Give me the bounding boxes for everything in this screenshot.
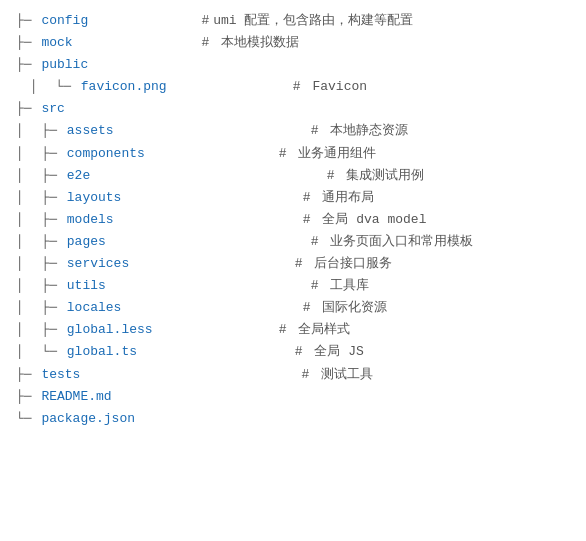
tree-item-name: global.less xyxy=(67,319,227,341)
tree-row: ├─ src xyxy=(16,98,570,120)
tree-comment: # 本地模拟数据 xyxy=(201,32,299,54)
tree-prefix: ├─ xyxy=(41,319,64,341)
tree-prefix: ├─ xyxy=(16,364,39,386)
tree-pipe: │ xyxy=(16,209,39,231)
tree-comment: # 业务通用组件 xyxy=(279,143,377,165)
tree-comment: # 国际化资源 xyxy=(303,297,388,319)
tree-pipe: │ xyxy=(16,253,39,275)
tree-comment: # 后台接口服务 xyxy=(295,253,393,275)
tree-item-name: pages xyxy=(67,231,227,253)
tree-prefix: ├─ xyxy=(41,253,64,275)
tree-pipe: │ xyxy=(16,231,39,253)
tree-prefix: ├─ xyxy=(41,275,64,297)
tree-pipe: │ xyxy=(16,319,39,341)
tree-comment: #umi 配置，包含路由，构建等配置 xyxy=(201,10,413,32)
tree-item-name: public xyxy=(41,54,201,76)
tree-row: │ ├─ services # 后台接口服务 xyxy=(16,253,570,275)
tree-comment: # 集成测试用例 xyxy=(327,165,425,187)
tree-prefix: └─ xyxy=(55,76,78,98)
tree-pipe: │ xyxy=(16,120,39,142)
tree-row: │ ├─ assets # 本地静态资源 xyxy=(16,120,570,142)
tree-item-name: layouts xyxy=(67,187,227,209)
tree-item-name: favicon.png xyxy=(81,76,241,98)
tree-prefix: └─ xyxy=(41,341,64,363)
tree-prefix: ├─ xyxy=(41,209,64,231)
tree-item-name: tests xyxy=(41,364,201,386)
tree-comment: # 全局样式 xyxy=(279,319,351,341)
tree-prefix: ├─ xyxy=(41,165,64,187)
tree-row: │ ├─ models # 全局 dva model xyxy=(16,209,570,231)
tree-pipe: │ xyxy=(30,76,53,98)
tree-item-name: models xyxy=(67,209,227,231)
tree-prefix: ├─ xyxy=(16,98,39,120)
tree-row: ├─ public xyxy=(16,54,570,76)
tree-item-name: locales xyxy=(67,297,227,319)
tree-item-name: assets xyxy=(67,120,227,142)
tree-pipe: │ xyxy=(16,341,39,363)
tree-item-name: package.json xyxy=(41,408,201,430)
tree-prefix: ├─ xyxy=(41,143,64,165)
tree-comment: # Favicon xyxy=(293,76,367,98)
tree-comment: # 测试工具 xyxy=(301,364,373,386)
tree-pipe: │ xyxy=(16,165,39,187)
tree-prefix: ├─ xyxy=(41,187,64,209)
tree-prefix: ├─ xyxy=(16,54,39,76)
tree-row: ├─ tests # 测试工具 xyxy=(16,364,570,386)
tree-comment: # 通用布局 xyxy=(303,187,375,209)
tree-row: │ ├─ layouts # 通用布局 xyxy=(16,187,570,209)
tree-prefix: ├─ xyxy=(41,120,64,142)
tree-prefix: ├─ xyxy=(16,10,39,32)
tree-row: │ ├─ global.less # 全局样式 xyxy=(16,319,570,341)
tree-pipe: │ xyxy=(16,297,39,319)
tree-item-name: global.ts xyxy=(67,341,227,363)
tree-prefix: ├─ xyxy=(41,231,64,253)
tree-prefix: ├─ xyxy=(41,297,64,319)
tree-prefix: ├─ xyxy=(16,386,39,408)
tree-item-name: utils xyxy=(67,275,227,297)
tree-row: │ └─ favicon.png # Favicon xyxy=(30,76,570,98)
tree-comment: # 本地静态资源 xyxy=(311,120,409,142)
tree-row: ├─ config #umi 配置，包含路由，构建等配置 xyxy=(16,10,570,32)
tree-item-name: components xyxy=(67,143,227,165)
tree-row: │ ├─ utils # 工具库 xyxy=(16,275,570,297)
tree-pipe: │ xyxy=(16,143,39,165)
tree-pipe: │ xyxy=(16,187,39,209)
tree-item-name: src xyxy=(41,98,201,120)
tree-pipe: │ xyxy=(16,275,39,297)
tree-item-name: config xyxy=(41,10,201,32)
tree-row: │ ├─ e2e # 集成测试用例 xyxy=(16,165,570,187)
tree-prefix: ├─ xyxy=(16,32,39,54)
tree-item-name: README.md xyxy=(41,386,201,408)
tree-comment: # 业务页面入口和常用模板 xyxy=(311,231,474,253)
tree-row: │ ├─ components # 业务通用组件 xyxy=(16,143,570,165)
tree-item-services: services xyxy=(67,253,227,275)
file-tree: ├─ config #umi 配置，包含路由，构建等配置 ├─ mock # 本… xyxy=(16,10,570,430)
tree-row: │ ├─ locales # 国际化资源 xyxy=(16,297,570,319)
tree-comment: # 工具库 xyxy=(311,275,370,297)
tree-row: ├─ README.md xyxy=(16,386,570,408)
tree-comment: # 全局 JS xyxy=(295,341,364,363)
tree-row: │ ├─ pages # 业务页面入口和常用模板 xyxy=(16,231,570,253)
tree-item-name: e2e xyxy=(67,165,227,187)
tree-row: └─ package.json xyxy=(16,408,570,430)
tree-comment: # 全局 dva model xyxy=(303,209,427,231)
tree-row: ├─ mock # 本地模拟数据 xyxy=(16,32,570,54)
tree-row: │ └─ global.ts # 全局 JS xyxy=(16,341,570,363)
tree-prefix: └─ xyxy=(16,408,39,430)
tree-item-name: mock xyxy=(41,32,201,54)
